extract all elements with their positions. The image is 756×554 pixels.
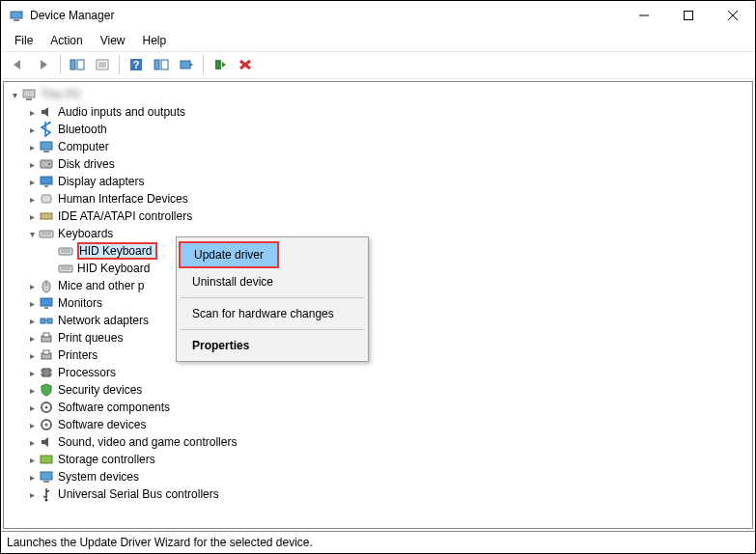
- tree-device-keyboard[interactable]: HID Keyboard: [4, 260, 752, 277]
- keyboard-icon: [58, 243, 73, 259]
- expand-arrow-icon[interactable]: ▸: [25, 211, 39, 222]
- expand-arrow-icon[interactable]: ▸: [25, 298, 39, 309]
- expand-arrow-icon[interactable]: ▸: [25, 368, 39, 378]
- tree-category-ide[interactable]: ▸ IDE ATA/ATAPI controllers: [4, 208, 752, 225]
- expand-arrow-icon[interactable]: ▸: [25, 472, 39, 483]
- category-label: Display adapters: [58, 175, 148, 188]
- expand-arrow-icon[interactable]: ▸: [25, 125, 39, 135]
- titlebar: Device Manager: [1, 1, 755, 30]
- svg-rect-17: [215, 60, 221, 69]
- forward-button[interactable]: [32, 54, 55, 75]
- category-label: Printers: [58, 348, 101, 362]
- toolbar-separator: [60, 55, 61, 74]
- tree-category-network[interactable]: ▸ Network adapters: [4, 312, 752, 329]
- menu-action[interactable]: Action: [42, 32, 90, 49]
- expand-arrow-icon[interactable]: ▸: [25, 333, 39, 344]
- system-icon: [39, 469, 54, 485]
- svg-rect-24: [41, 160, 52, 168]
- network-icon: [39, 313, 54, 328]
- tree-category-storage[interactable]: ▸ Storage controllers: [4, 451, 752, 468]
- context-menu: Update driver Uninstall device Scan for …: [176, 236, 369, 362]
- scan-hardware-button[interactable]: [150, 54, 173, 75]
- expand-arrow-icon[interactable]: ▸: [25, 455, 39, 465]
- update-driver-button[interactable]: [175, 54, 198, 75]
- tree-category-keyboard[interactable]: ▾ Keyboards: [4, 225, 752, 242]
- software-icon: [39, 400, 54, 415]
- tree-category-usb[interactable]: ▸ Universal Serial Bus controllers: [4, 485, 752, 503]
- category-label: System devices: [58, 470, 143, 484]
- expand-arrow-icon[interactable]: ▸: [25, 489, 39, 500]
- category-label: Security devices: [58, 383, 146, 397]
- svg-rect-49: [43, 350, 49, 354]
- expand-arrow-icon[interactable]: ▸: [25, 159, 39, 170]
- expand-arrow-icon[interactable]: ▸: [25, 142, 39, 152]
- tree-category-security[interactable]: ▸ Security devices: [4, 381, 752, 399]
- help-button[interactable]: ?: [125, 54, 148, 75]
- ctx-scan-hardware[interactable]: Scan for hardware changes: [179, 302, 366, 325]
- expand-arrow-icon[interactable]: ▸: [25, 420, 39, 430]
- expand-arrow-icon[interactable]: ▸: [25, 107, 39, 118]
- category-label: Universal Serial Bus controllers: [58, 487, 223, 501]
- tree-category-audio[interactable]: ▸ Audio inputs and outputs: [4, 103, 752, 121]
- tree-category-disk[interactable]: ▸ Disk drives: [4, 155, 752, 173]
- expand-arrow-icon[interactable]: ▸: [25, 350, 39, 361]
- ctx-properties[interactable]: Properties: [179, 334, 366, 357]
- close-button[interactable]: [711, 1, 755, 30]
- svg-rect-28: [42, 195, 51, 203]
- category-label: Computer: [58, 140, 113, 153]
- expand-arrow-icon[interactable]: ▸: [25, 281, 39, 291]
- tree-category-mouse[interactable]: ▸ Mice and other p: [4, 277, 752, 294]
- tree-category-software[interactable]: ▸ Software devices: [4, 416, 752, 433]
- svg-rect-47: [43, 333, 49, 337]
- toolbar-separator: [203, 55, 204, 74]
- software-icon: [39, 417, 54, 432]
- svg-point-62: [45, 499, 48, 502]
- tree-category-printer[interactable]: ▸ Printers: [4, 346, 752, 364]
- tree-root-node[interactable]: ▾ This PC: [4, 86, 752, 103]
- ctx-separator: [181, 297, 364, 298]
- expand-arrow-icon[interactable]: ▸: [25, 385, 39, 396]
- expand-arrow-icon[interactable]: ▸: [25, 437, 39, 448]
- menu-view[interactable]: View: [93, 32, 133, 49]
- minimize-button[interactable]: [622, 1, 666, 30]
- svg-rect-26: [41, 177, 52, 184]
- tree-category-bluetooth[interactable]: ▸ Bluetooth: [4, 121, 752, 138]
- maximize-button[interactable]: [666, 1, 711, 30]
- back-button[interactable]: [7, 54, 30, 75]
- tree-category-monitor[interactable]: ▸ Monitors: [4, 294, 752, 312]
- tree-device-keyboard[interactable]: HID Keyboard: [4, 242, 752, 260]
- expand-arrow-icon[interactable]: ▸: [25, 177, 39, 187]
- svg-rect-43: [41, 319, 45, 323]
- svg-rect-20: [23, 90, 35, 97]
- expand-arrow-icon[interactable]: ▸: [25, 402, 39, 413]
- expand-arrow-icon[interactable]: ▾: [25, 229, 39, 239]
- svg-rect-15: [161, 60, 168, 69]
- tree-category-cpu[interactable]: ▸ Processors: [4, 364, 752, 381]
- properties-button[interactable]: [91, 54, 114, 75]
- expand-arrow-icon[interactable]: ▸: [25, 194, 39, 205]
- show-hide-console-button[interactable]: [66, 54, 89, 75]
- menu-file[interactable]: File: [7, 32, 41, 49]
- ctx-update-driver[interactable]: Update driver: [181, 243, 277, 266]
- enable-device-button[interactable]: [209, 54, 232, 75]
- tree-category-printer[interactable]: ▸ Print queues: [4, 329, 752, 346]
- menu-help[interactable]: Help: [135, 32, 175, 49]
- svg-point-58: [45, 424, 48, 427]
- uninstall-button[interactable]: [234, 54, 257, 75]
- tree-category-display[interactable]: ▸ Display adapters: [4, 173, 752, 190]
- expand-arrow-icon[interactable]: ▾: [8, 90, 21, 100]
- device-tree[interactable]: ▾ This PC ▸ Audio inputs and outputs ▸ B…: [3, 81, 753, 529]
- category-label: Network adapters: [58, 314, 153, 327]
- svg-rect-44: [47, 319, 52, 323]
- tree-category-computer[interactable]: ▸ Computer: [4, 138, 752, 155]
- expand-arrow-icon[interactable]: ▸: [25, 316, 39, 326]
- tree-category-system[interactable]: ▸ System devices: [4, 468, 752, 485]
- category-label: Storage controllers: [58, 453, 159, 466]
- tree-category-audio[interactable]: ▸ Sound, video and game controllers: [4, 433, 752, 451]
- tree-category-hid[interactable]: ▸ Human Interface Devices: [4, 190, 752, 208]
- disk-icon: [39, 156, 54, 172]
- keyboard-icon: [39, 226, 54, 241]
- category-label: Processors: [58, 366, 120, 379]
- tree-category-software[interactable]: ▸ Software components: [4, 399, 752, 416]
- ctx-uninstall-device[interactable]: Uninstall device: [179, 270, 366, 293]
